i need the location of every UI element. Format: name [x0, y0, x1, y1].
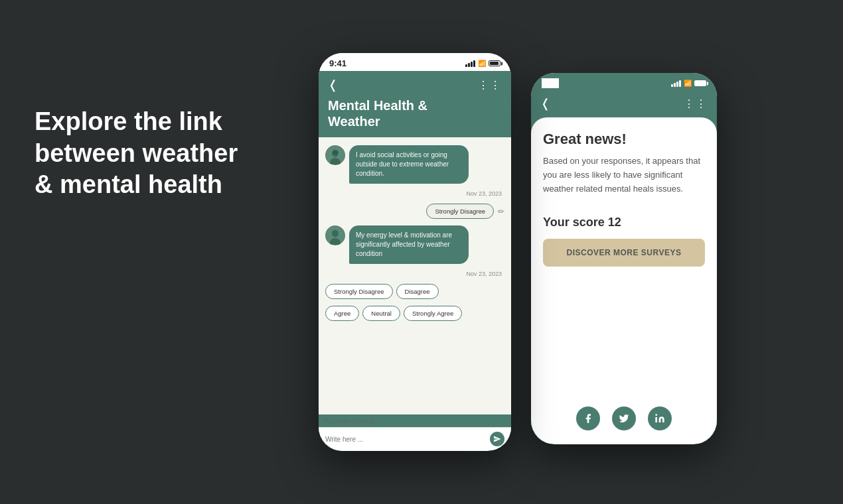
phone2-header: ❬ ⋮⋮ [531, 91, 717, 117]
date-label-1: Nov 23, 2023 [325, 190, 504, 197]
phone2-time: 9:41 [542, 78, 559, 88]
response-pill-strongly-agree[interactable]: Strongly Agree [404, 306, 462, 321]
hero-line3: & mental health [35, 170, 222, 198]
phone2-body: Great news! Based on your responses, it … [531, 117, 717, 444]
great-news-heading: Great news! [543, 131, 705, 148]
phone2-wifi-icon: 📶 [684, 80, 692, 87]
twitter-icon[interactable] [612, 407, 636, 430]
phone1-content: ❬ ⋮⋮ Mental Health &Weather [319, 71, 511, 450]
phones-area: 9:41 📶 ❬ ⋮⋮ Mental Health &Weather [305, 33, 803, 497]
response-pill-neutral[interactable]: Neutral [362, 306, 400, 321]
response-options-row-2: Agree Neutral Strongly Agree [325, 306, 504, 321]
chat-message-1: I avoid social activities or going outsi… [325, 145, 504, 184]
phone1-chat-title: Mental Health &Weather [319, 97, 511, 137]
phone2-menu-icon[interactable]: ⋮⋮ [684, 97, 708, 110]
result-text: Based on your responses, it appears that… [543, 155, 705, 196]
chat-input[interactable] [325, 436, 486, 443]
avatar-1 [325, 145, 345, 165]
facebook-icon[interactable] [576, 407, 600, 430]
chat-input-row [319, 427, 511, 450]
svg-point-3 [333, 151, 338, 155]
score-label: Your score 12 [543, 216, 705, 229]
wifi-icon: 📶 [478, 60, 486, 67]
social-row [543, 393, 705, 430]
phone1-status-icons: 📶 [465, 60, 500, 67]
response-pill-agree[interactable]: Agree [325, 306, 359, 321]
response-pill-strongly-disagree[interactable]: Strongly Disagree [325, 284, 393, 299]
phone1-menu-icon[interactable]: ⋮⋮ [478, 79, 502, 92]
svg-point-7 [655, 414, 657, 416]
phone1-back-button[interactable]: ❬ [328, 78, 338, 92]
send-icon [493, 435, 501, 443]
phone2-content: ❬ ⋮⋮ Great news! Based on your responses… [531, 91, 717, 444]
signal-icon [465, 60, 475, 67]
response-row-1: Strongly Disagree ✏ [325, 204, 504, 219]
edit-icon[interactable]: ✏ [498, 207, 504, 216]
discover-surveys-button[interactable]: DISCOVER MORE SURVEYS [543, 239, 705, 267]
typing-text: Lauren is typing... [332, 418, 379, 424]
phone2-status-icons: 📶 .phone-2 .battery-icon::before{backgro… [671, 80, 706, 87]
bubble-text-2: My energy level & motivation are signifi… [349, 225, 469, 264]
phone2-status-bar: 9:41 📶 .phone-2 .battery-icon::before{ba… [531, 73, 717, 91]
hero-text: Explore the link between weather & menta… [35, 106, 287, 201]
hero-line2-normal: between [35, 139, 143, 167]
phone2-battery-icon: .phone-2 .battery-icon::before{backgroun… [694, 80, 706, 86]
hero-line2-bold: weather [143, 139, 238, 167]
phone1-time: 9:41 [329, 58, 346, 68]
phone1-chat-area: I avoid social activities or going outsi… [319, 137, 511, 414]
date-label-2: Nov 23, 2023 [325, 271, 504, 277]
response-pill-strongly-disagree-selected[interactable]: Strongly Disagree [426, 204, 494, 219]
chat-message-2: My energy level & motivation are signifi… [325, 225, 504, 264]
phone1-status-bar: 9:41 📶 [319, 53, 511, 71]
typing-indicator: ✏ Lauren is typing... [319, 414, 511, 427]
bubble-text-1: I avoid social activities or going outsi… [349, 145, 469, 184]
response-pill-disagree[interactable]: Disagree [396, 284, 439, 299]
phone-1: 9:41 📶 ❬ ⋮⋮ Mental Health &Weather [319, 53, 511, 451]
phone1-header: ❬ ⋮⋮ [319, 71, 511, 97]
linkedin-icon[interactable] [648, 407, 672, 430]
phone2-back-button[interactable]: ❬ [540, 96, 550, 111]
battery-icon [489, 60, 500, 66]
svg-point-5 [332, 230, 339, 237]
phone2-signal-icon [671, 80, 681, 87]
hero-line1: Explore the link [35, 107, 222, 135]
send-button[interactable] [490, 432, 504, 446]
pencil-icon: ✏ [324, 417, 329, 424]
phone-2: 9:41 📶 .phone-2 .battery-icon::before{ba… [531, 73, 717, 444]
response-options-row: Strongly Disagree Disagree [325, 284, 504, 299]
avatar-2 [325, 225, 345, 245]
page-container: Explore the link between weather & menta… [0, 0, 843, 504]
